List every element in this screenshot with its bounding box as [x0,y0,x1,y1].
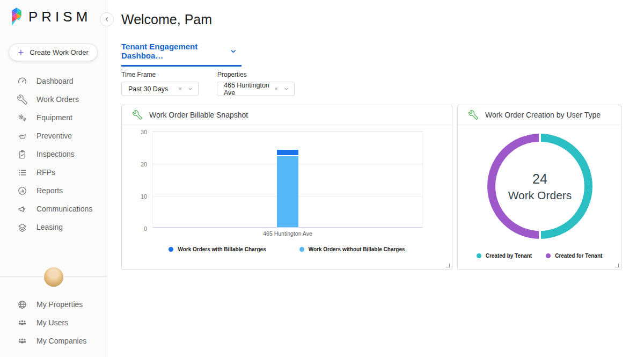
clear-icon[interactable]: × [274,85,278,93]
chevron-down-icon [230,47,237,55]
sidebar-item-label: Dashboard [36,77,74,85]
sidebar-item-label: RFPs [36,168,55,177]
time-frame-label: Time Frame [121,71,217,78]
legend-dot [169,247,173,252]
brand-name: PRISM [28,9,91,25]
sidebar-item-label: Reports [36,186,63,195]
legend-label: Created for Tenant [555,253,602,259]
wrench-icon [133,110,142,120]
card-resize-handle[interactable] [615,264,619,267]
donut-chart-legend: Created by Tenant Created for Tenant [458,253,621,259]
legend-dot [299,247,304,252]
clipboard-icon [17,149,27,159]
sidebar-item-dashboard[interactable]: Dashboard [0,72,107,90]
gears-icon [17,113,27,123]
legend-item-created-for-tenant[interactable]: Created for Tenant [546,253,602,259]
properties-label: Properties [217,71,247,78]
megaphone-icon [17,204,27,214]
user-avatar[interactable] [44,267,63,287]
legend-item-created-by-tenant[interactable]: Created by Tenant [477,253,532,259]
wrench-icon [469,110,478,120]
clear-icon[interactable]: × [178,85,182,93]
legend-item-billable[interactable]: Work Orders with Billable Charges [169,246,266,252]
chevron-down-icon[interactable] [187,86,193,92]
card-header: Work Order Creation by User Type [458,105,621,125]
list-icon [17,167,27,178]
sidebar-item-label: Communications [36,205,92,213]
card-resize-handle[interactable] [446,264,450,267]
legend-label: Work Orders without Billable Charges [309,246,405,252]
bar-chart-legend: Work Orders with Billable Charges Work O… [122,246,452,252]
sidebar-collapse-button[interactable] [100,12,114,26]
sidebar-item-my-properties[interactable]: My Properties [0,295,107,314]
wrench-icon [17,94,27,105]
sidebar-item-label: Preventive [36,132,72,140]
prism-logo-icon [10,8,24,26]
sidebar-item-preventive[interactable]: Preventive [0,127,107,145]
dashboard-selector-dropdown[interactable]: Tenant Engagement Dashboa… [121,42,241,67]
globe-icon [17,300,27,310]
work-order-count-label: Work Orders [508,189,572,202]
sidebar: PRISM + Create Work Order Dashboard Work… [0,0,107,357]
y-axis-tick: 10 [134,193,147,200]
billable-snapshot-card: Work Order Billable Snapshot 30 20 10 0 … [121,105,452,270]
sidebar-item-label: My Users [36,318,68,327]
oil-can-icon [17,131,27,141]
card-header: Work Order Billable Snapshot [122,105,452,125]
dashboard-icon [17,76,27,86]
sidebar-item-my-companies[interactable]: My Companies [0,332,107,350]
sidebar-item-inspections[interactable]: Inspections [0,145,107,163]
y-axis-tick: 0 [134,225,147,232]
sidebar-item-leasing[interactable]: Leasing [0,218,107,236]
sidebar-item-equipment[interactable]: Equipment [0,108,107,127]
donut-center-text: 24 Work Orders [487,134,592,239]
legend-item-non-billable[interactable]: Work Orders without Billable Charges [299,246,405,252]
time-frame-value: Past 30 Days [128,85,178,93]
sidebar-item-label: Equipment [36,113,72,122]
avatar-row [0,267,107,287]
sidebar-item-label: My Companies [36,337,86,345]
card-title: Work Order Creation by User Type [485,111,601,119]
sidebar-item-label: My Properties [36,300,83,309]
widgets-row: Work Order Billable Snapshot 30 20 10 0 … [121,105,644,270]
legend-dot [477,253,481,258]
chevron-down-icon[interactable] [283,86,289,92]
create-work-order-label: Create Work Order [30,48,89,56]
filter-labels: Time Frame Properties [121,71,644,78]
sidebar-item-my-users[interactable]: My Users [0,314,107,332]
bar-segment-non-billable[interactable] [277,156,298,227]
work-order-count: 24 [532,171,547,187]
people-icon [17,318,27,328]
y-axis-tick: 20 [134,161,147,167]
stacked-bar [277,150,298,227]
legend-label: Work Orders with Billable Charges [178,246,266,252]
properties-value: 465 Huntington Ave [224,82,274,97]
legend-label: Created by Tenant [486,253,532,259]
sidebar-item-work-orders[interactable]: Work Orders [0,90,107,108]
sidebar-item-communications[interactable]: Communications [0,200,107,218]
sidebar-item-label: Work Orders [36,95,79,104]
gridline [153,132,422,132]
creation-by-user-type-card: Work Order Creation by User Type 24 Work… [457,105,621,270]
sidebar-item-reports[interactable]: Reports [0,181,107,200]
card-title: Work Order Billable Snapshot [149,111,248,119]
main-content: Welcome, Pam Tenant Engagement Dashboa… … [107,0,644,357]
chevron-left-icon [104,16,110,23]
sidebar-nav: Dashboard Work Orders Equipment Preventi… [0,72,107,236]
people-icon [17,336,27,346]
sidebar-item-rfps[interactable]: RFPs [0,163,107,181]
x-axis-label: 465 Huntington Ave [152,230,423,237]
donut-chart[interactable]: 24 Work Orders [487,134,592,239]
y-axis-tick: 30 [134,129,147,135]
create-work-order-button[interactable]: + Create Work Order [9,43,98,61]
dashboard-selector-label: Tenant Engagement Dashboa… [121,42,230,60]
properties-select[interactable]: 465 Huntington Ave × [217,82,295,96]
sidebar-footer: My Properties My Users My Companies [0,267,107,357]
time-frame-select[interactable]: Past 30 Days × [121,82,199,96]
chart-circle-icon [17,186,27,196]
layers-icon [17,222,27,232]
sidebar-item-label: Inspections [36,150,75,158]
bar-chart-plot-area: 30 20 10 0 [152,131,423,228]
bar-segment-billable[interactable] [277,150,298,156]
legend-dot [546,253,551,258]
